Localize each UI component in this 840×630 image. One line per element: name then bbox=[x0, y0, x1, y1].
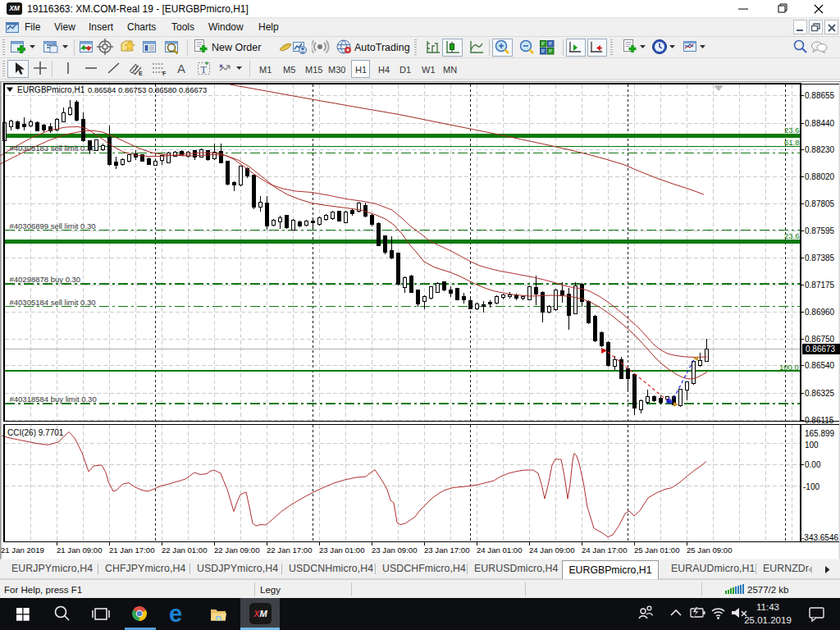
svg-text:0.86750: 0.86750 bbox=[805, 335, 835, 344]
svg-text:25 Jan 01:00: 25 Jan 01:00 bbox=[634, 546, 679, 555]
svg-text:EURGBPmicro,H1: EURGBPmicro,H1 bbox=[17, 85, 85, 94]
svg-text:25 Jan 09:00: 25 Jan 09:00 bbox=[687, 546, 732, 555]
svg-text:-343.6546: -343.6546 bbox=[801, 533, 838, 542]
svg-text:CCI(26) 9.7701: CCI(26) 9.7701 bbox=[7, 428, 64, 437]
svg-text:0.88230: 0.88230 bbox=[805, 145, 835, 154]
svg-text:21 Jan 2019: 21 Jan 2019 bbox=[1, 546, 44, 555]
svg-text:#40318584 buy limit 0.30: #40318584 buy limit 0.30 bbox=[10, 395, 97, 404]
svg-text:0.86540: 0.86540 bbox=[805, 361, 835, 370]
svg-text:24 Jan 01:00: 24 Jan 01:00 bbox=[477, 546, 522, 555]
svg-text:23 Jan 17:00: 23 Jan 17:00 bbox=[424, 546, 469, 555]
svg-text:0.87385: 0.87385 bbox=[805, 253, 835, 262]
svg-text:0.86115: 0.86115 bbox=[805, 416, 834, 425]
svg-text:0.87595: 0.87595 bbox=[805, 226, 835, 235]
svg-text:0.87175: 0.87175 bbox=[805, 281, 835, 290]
svg-text:100: 100 bbox=[805, 441, 819, 450]
svg-text:0.88440: 0.88440 bbox=[805, 119, 835, 128]
svg-text:21 Jan 09:00: 21 Jan 09:00 bbox=[57, 546, 102, 555]
svg-text:23.6: 23.6 bbox=[784, 126, 800, 135]
svg-text:23.6: 23.6 bbox=[784, 231, 800, 240]
svg-text:23 Jan 09:00: 23 Jan 09:00 bbox=[372, 546, 417, 555]
svg-text:61.8: 61.8 bbox=[784, 138, 800, 147]
svg-text:22 Jan 01:00: 22 Jan 01:00 bbox=[162, 546, 207, 555]
svg-text:#40305184 sell limit 0.30: #40305184 sell limit 0.30 bbox=[10, 298, 96, 307]
svg-text:-100: -100 bbox=[803, 482, 819, 491]
svg-text:0.87805: 0.87805 bbox=[805, 199, 835, 208]
svg-text:0.86325: 0.86325 bbox=[805, 389, 835, 398]
svg-text:#40306899 sell limit 0.30: #40306899 sell limit 0.30 bbox=[10, 221, 96, 231]
svg-text:0.88020: 0.88020 bbox=[805, 172, 835, 181]
svg-text:22 Jan 17:00: 22 Jan 17:00 bbox=[267, 546, 312, 555]
svg-text:165.899: 165.899 bbox=[805, 429, 835, 438]
svg-text:100.0: 100.0 bbox=[779, 363, 799, 372]
svg-text:22 Jan 09:00: 22 Jan 09:00 bbox=[214, 546, 259, 555]
svg-text:#40305183 sell limit 0.30: #40305183 sell limit 0.30 bbox=[10, 144, 96, 153]
svg-text:0.86673: 0.86673 bbox=[806, 345, 836, 354]
svg-text:24 Jan 09:00: 24 Jan 09:00 bbox=[529, 546, 574, 555]
svg-text:e: e bbox=[169, 600, 182, 627]
svg-text:0.86960: 0.86960 bbox=[805, 308, 835, 317]
svg-text:21 Jan 17:00: 21 Jan 17:00 bbox=[109, 546, 154, 555]
svg-text:#40298878 buy 0.30: #40298878 buy 0.30 bbox=[10, 275, 81, 284]
svg-text:23 Jan 01:00: 23 Jan 01:00 bbox=[319, 546, 364, 555]
svg-text:24 Jan 17:00: 24 Jan 17:00 bbox=[582, 546, 627, 555]
svg-text:0.86584 0.86753 0.86580 0.8667: 0.86584 0.86753 0.86580 0.86673 bbox=[88, 85, 207, 94]
svg-text:0.88655: 0.88655 bbox=[805, 91, 835, 100]
svg-text:0.00: 0.00 bbox=[805, 460, 821, 469]
